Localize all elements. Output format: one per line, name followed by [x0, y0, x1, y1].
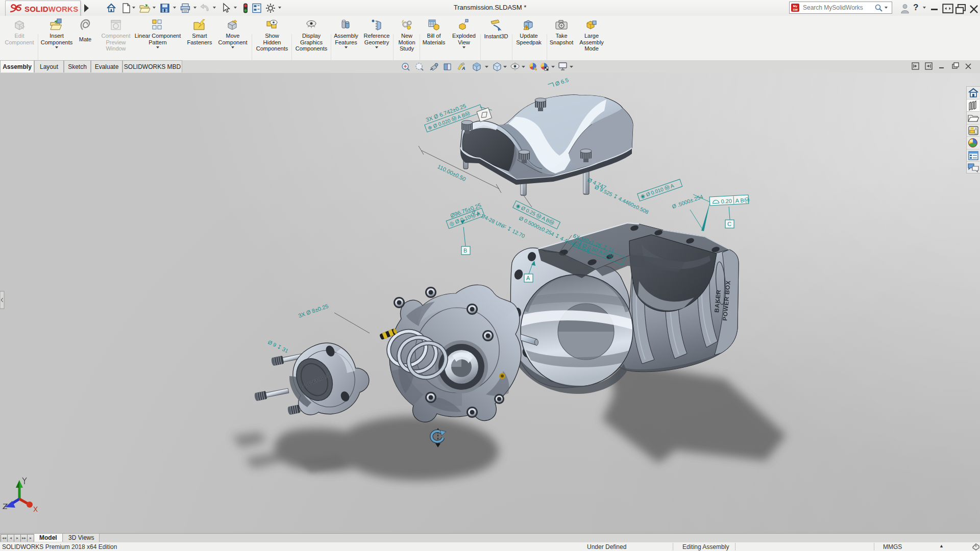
svg-text:My: My	[793, 5, 798, 8]
svg-text:C: C	[727, 221, 731, 227]
svg-text:!: !	[526, 26, 527, 30]
svg-text:SW: SW	[793, 8, 798, 11]
svg-text:A: A	[526, 275, 530, 281]
svg-text:A: A	[461, 66, 465, 71]
svg-text:0.20: 0.20	[721, 198, 732, 205]
svg-text:B: B	[463, 247, 467, 254]
svg-text:A BⓂ: A BⓂ	[735, 197, 750, 204]
